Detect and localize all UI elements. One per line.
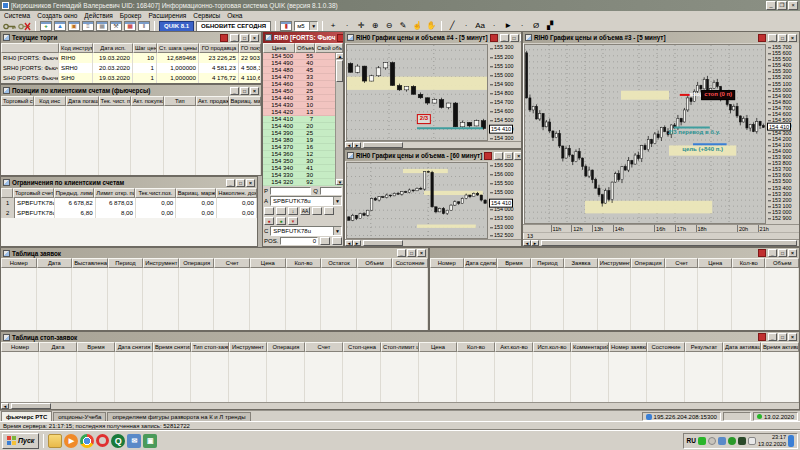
chart1-titlebar[interactable]: RIH0 График цены и объема #4 - [5 минут]… (345, 32, 521, 43)
ask-row[interactable]: 154 44033 (263, 95, 343, 102)
mail-icon[interactable]: ✉ (127, 434, 141, 448)
point-hand-tool-icon[interactable]: ☝ (411, 21, 423, 32)
line-tool-icon[interactable]: ╱ (446, 21, 458, 32)
table-row[interactable]: RIH0 [FORTS: ФьючерRIH019.03.20201012,68… (1, 53, 261, 63)
list-window-icon[interactable]: ≡ (82, 21, 94, 31)
price-input[interactable] (270, 187, 311, 195)
scroll-thumb[interactable] (11, 403, 51, 409)
start-button[interactable]: Пуск (2, 433, 39, 449)
maximize-button[interactable]: □ (240, 34, 249, 42)
close-button[interactable]: × (788, 1, 798, 10)
close-button[interactable]: × (520, 34, 521, 42)
sheet-tab-0[interactable]: фьючерс РТС (1, 411, 52, 421)
price-chart-plot[interactable] (346, 162, 488, 239)
picture-icon[interactable]: ▣ (143, 434, 157, 448)
bid-row[interactable]: 154 35030 (263, 158, 343, 165)
table-row[interactable]: SiH0 [FORTS: ФьючерSiH019.03.202011,0000… (1, 73, 261, 83)
close-button[interactable]: × (788, 333, 797, 341)
maximize-button[interactable]: □ (504, 152, 513, 160)
connect-key-icon[interactable] (3, 22, 16, 31)
restore-button[interactable]: ❐ (777, 1, 787, 10)
settings-table-icon[interactable]: ⚒ (110, 21, 122, 31)
maximize-button[interactable]: □ (778, 34, 787, 42)
disconnect-key-icon[interactable] (18, 22, 31, 31)
ask-row[interactable]: 154 48045 (263, 67, 343, 74)
opera-icon[interactable] (96, 434, 109, 447)
scroll-thumb[interactable] (541, 240, 797, 246)
maximize-button[interactable]: □ (240, 87, 249, 95)
chrome-icon[interactable] (80, 434, 94, 448)
pos-input[interactable]: 0 (280, 237, 318, 245)
sell-button[interactable] (276, 207, 286, 215)
media-player-icon[interactable]: ▶ (64, 434, 78, 448)
close-button[interactable]: × (246, 179, 255, 187)
chart-hscrollbar[interactable]: ◄► (345, 141, 521, 148)
minimize-button[interactable]: _ (494, 152, 503, 160)
pos-btn2[interactable] (332, 237, 342, 245)
qty-input[interactable] (320, 187, 342, 195)
alarm-red-button[interactable]: ● (264, 217, 274, 225)
scroll-thumb[interactable] (336, 60, 343, 82)
price-chart-plot[interactable]: входстоп (0 п)2/3 перевод в б.у.цель (+8… (524, 44, 766, 224)
new-table-icon[interactable]: + (40, 21, 52, 31)
tray-clock-icon[interactable] (708, 437, 716, 445)
scroll-down-icon[interactable]: ▼ (336, 179, 344, 185)
ask-row[interactable]: 154 49040 (263, 60, 343, 67)
close-button[interactable]: × (788, 34, 797, 42)
table-hscrollbar[interactable]: ◄ (1, 402, 799, 409)
minimize-button[interactable]: _ (230, 34, 239, 42)
pin-icon[interactable] (337, 34, 343, 42)
menu-item-2[interactable]: Действия (84, 12, 112, 19)
price-chart-canvas[interactable] (525, 45, 765, 223)
menu-item-0[interactable]: Система (4, 12, 30, 19)
crosshair-tool-icon[interactable]: + (327, 21, 339, 32)
minimize-button[interactable]: _ (500, 34, 509, 42)
drop-order-button[interactable]: ↓ (288, 207, 298, 215)
chevron-down-icon[interactable]: ▼ (333, 197, 341, 205)
language-indicator[interactable]: RU (687, 437, 696, 444)
menu-item-6[interactable]: Окна (227, 12, 242, 19)
tray-network-icon[interactable] (718, 437, 726, 445)
limits-titlebar[interactable]: Ограничения по клиентским счетам _□× (1, 177, 257, 188)
tray-chart-icon[interactable] (738, 437, 746, 445)
columns-icon[interactable]: ‖ (138, 21, 150, 31)
pencil-tool-icon[interactable]: ✎ (397, 21, 409, 32)
schedule-table-icon[interactable]: ▦ (96, 21, 108, 31)
price-chart-plot[interactable]: 2/3 (346, 44, 488, 141)
chevron-down-icon[interactable]: ▼ (333, 227, 341, 235)
deals-titlebar[interactable]: _□× (430, 248, 799, 258)
maximize-button[interactable]: □ (407, 249, 416, 257)
pin-icon[interactable] (758, 249, 766, 257)
order-book-vscrollbar[interactable]: ▲▼ (335, 53, 343, 185)
bid-row[interactable]: 154 37016 (263, 144, 343, 151)
bid-row[interactable]: 154 36012 (263, 151, 343, 158)
scroll-thumb[interactable] (363, 240, 403, 246)
opt1-button[interactable] (312, 207, 322, 215)
orders-titlebar[interactable]: Таблица заявок _□× (1, 248, 428, 258)
bid-row[interactable]: 154 33030 (263, 172, 343, 179)
eraser-tool-icon[interactable]: ▞ (544, 21, 556, 32)
minimize-button[interactable]: _ (230, 87, 239, 95)
pin-icon[interactable] (758, 34, 766, 42)
maximize-button[interactable]: □ (778, 333, 787, 341)
price-chart-canvas[interactable] (347, 163, 487, 238)
bid-row[interactable]: 154 40020 (263, 123, 343, 130)
marker-tool-icon[interactable]: ► (502, 21, 514, 32)
maximize-button[interactable]: □ (236, 179, 245, 187)
tray-flag-icon[interactable] (748, 437, 756, 445)
stop-orders-titlebar[interactable]: Таблица стоп-заявок _□× (1, 332, 799, 342)
maximize-button[interactable]: □ (510, 34, 519, 42)
buy-button[interactable] (264, 207, 274, 215)
ask-row[interactable]: 154 42013 (263, 109, 343, 116)
opt2-button[interactable] (324, 207, 334, 215)
order-book-titlebar[interactable]: RIH0 [FORTS: Фьюч × (263, 32, 343, 43)
minimize-button[interactable]: _ (768, 333, 777, 341)
maximize-button[interactable]: □ (778, 249, 787, 257)
minimize-button[interactable]: _ (397, 249, 406, 257)
menu-item-1[interactable]: Создать окно (37, 12, 77, 19)
zoom-in-tool-icon[interactable]: ⊕ (369, 21, 381, 32)
update-today-button[interactable]: ОБНОВИТЕ СЕГОДНЯ (196, 21, 271, 32)
menu-item-3[interactable]: Брокер (120, 12, 142, 19)
auto-button[interactable]: АА (300, 207, 310, 215)
ask-row[interactable]: 154 50055 (263, 53, 343, 60)
